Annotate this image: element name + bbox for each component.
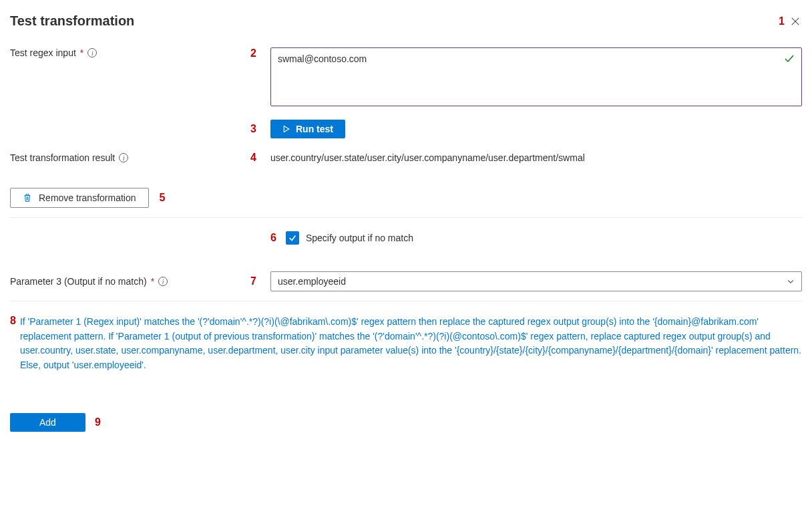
- run-test-label: Run test: [296, 124, 333, 134]
- result-value: user.country/user.state/user.city/user.c…: [270, 152, 585, 163]
- info-icon[interactable]: i: [158, 277, 168, 286]
- run-test-button[interactable]: Run test: [270, 120, 345, 138]
- marker-4: 4: [250, 152, 256, 163]
- transformation-summary: If 'Parameter 1 (Regex input)' matches t…: [20, 315, 802, 373]
- add-label: Add: [39, 417, 56, 428]
- row-summary: 8 If 'Parameter 1 (Regex input)' matches…: [10, 315, 802, 373]
- param3-label: Parameter 3 (Output if no match): [10, 276, 147, 287]
- specify-no-match-label: Specify output if no match: [306, 233, 413, 243]
- row-specify-no-match: 6 Specify output if no match: [10, 231, 802, 245]
- checkmark-icon: [784, 53, 795, 64]
- row-run-test: 3 Run test: [10, 120, 802, 138]
- required-asterisk: *: [151, 276, 154, 287]
- marker-1: 1: [779, 15, 785, 27]
- footer: Add 9: [10, 413, 802, 432]
- marker-8: 8: [10, 315, 16, 327]
- marker-6: 6: [270, 232, 276, 244]
- svg-marker-2: [284, 126, 289, 132]
- regex-input-label: Test regex input: [10, 47, 76, 58]
- page-title: Test transformation: [10, 13, 134, 29]
- info-icon[interactable]: i: [119, 153, 128, 162]
- specify-no-match-checkbox[interactable]: [286, 231, 299, 245]
- checkmark-icon: [288, 233, 297, 243]
- marker-5: 5: [160, 192, 166, 204]
- regex-input-value: swmal@contoso.com: [278, 53, 769, 64]
- required-asterisk: *: [80, 47, 83, 58]
- regex-input[interactable]: swmal@contoso.com: [270, 47, 802, 106]
- trash-icon: [23, 193, 32, 203]
- remove-transformation-button[interactable]: Remove transformation: [10, 188, 149, 208]
- panel-header: Test transformation 1: [10, 13, 802, 29]
- divider: [10, 301, 802, 301]
- marker-2: 2: [250, 47, 256, 59]
- divider: [10, 217, 802, 218]
- result-label: Test transformation result: [10, 152, 115, 163]
- param3-value: user.employeeid: [278, 276, 346, 287]
- play-icon: [282, 125, 290, 133]
- marker-9: 9: [95, 416, 101, 428]
- info-icon[interactable]: i: [87, 48, 97, 57]
- row-remove: Remove transformation 5: [10, 188, 802, 208]
- row-regex-input: Test regex input * i 2 swmal@contoso.com: [10, 47, 802, 106]
- chevron-down-icon: [787, 277, 795, 285]
- remove-transformation-label: Remove transformation: [39, 192, 136, 203]
- close-icon[interactable]: [789, 15, 802, 28]
- param3-select[interactable]: user.employeeid: [270, 271, 802, 291]
- row-param3: Parameter 3 (Output if no match) * i 7 u…: [10, 271, 802, 291]
- close-group: 1: [779, 15, 802, 28]
- marker-7: 7: [250, 275, 256, 287]
- marker-3: 3: [250, 123, 256, 134]
- row-result: Test transformation result i 4 user.coun…: [10, 152, 802, 164]
- add-button[interactable]: Add: [10, 413, 85, 432]
